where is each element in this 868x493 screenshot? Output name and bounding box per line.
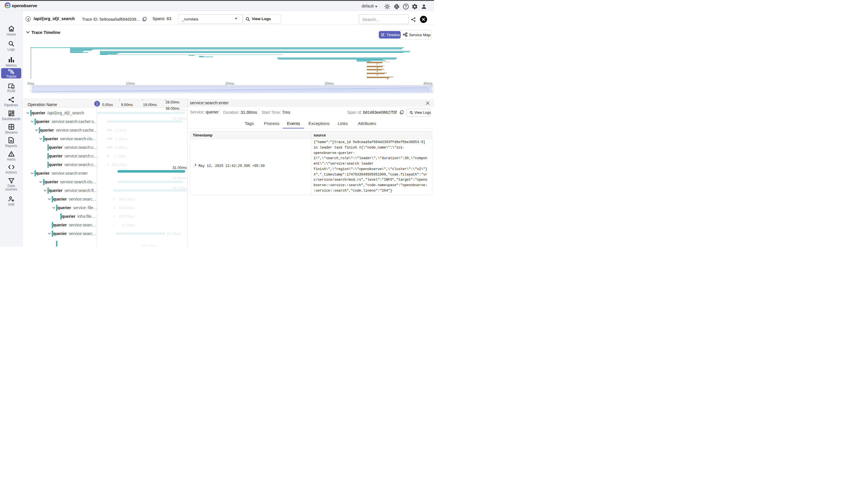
svg-text:?: ? <box>405 5 407 8</box>
